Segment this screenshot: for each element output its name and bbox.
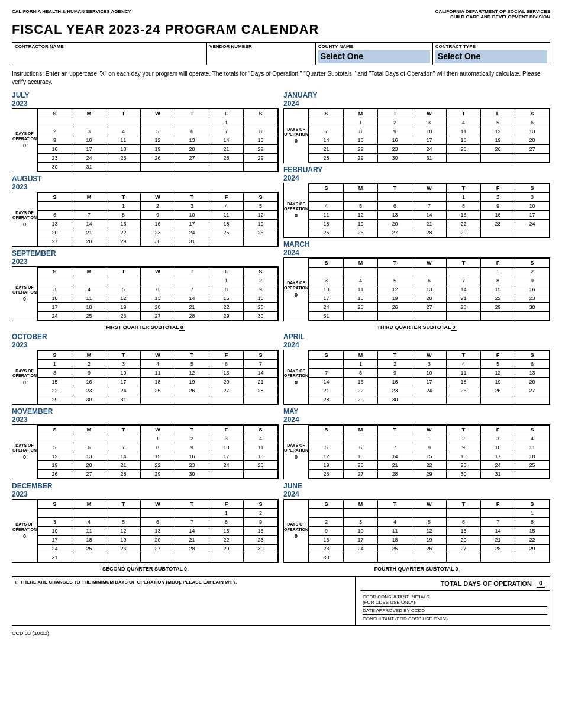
day-cell[interactable]: 3 xyxy=(344,518,378,527)
day-cell[interactable]: 19 xyxy=(412,536,447,545)
day-cell[interactable]: 5 xyxy=(481,118,515,127)
day-cell[interactable]: 12 xyxy=(141,136,175,145)
day-cell[interactable]: 22 xyxy=(344,145,378,154)
day-cell[interactable]: 11 xyxy=(141,369,175,378)
day-cell[interactable]: 4 xyxy=(72,518,106,527)
day-cell[interactable]: 12 xyxy=(309,452,344,461)
day-cell[interactable]: 10 xyxy=(481,443,515,452)
day-cell[interactable]: 9 xyxy=(72,369,106,378)
day-cell[interactable]: 5 xyxy=(309,443,344,452)
day-cell[interactable]: 3 xyxy=(309,276,344,285)
day-cell[interactable]: 3 xyxy=(481,434,515,443)
day-cell[interactable]: 12 xyxy=(344,211,378,220)
day-cell[interactable]: 25 xyxy=(72,545,106,553)
day-cell[interactable]: 20 xyxy=(344,461,378,470)
day-cell[interactable]: 18 xyxy=(72,303,106,312)
day-cell[interactable]: 5 xyxy=(106,285,141,294)
day-cell[interactable]: 2 xyxy=(141,202,175,211)
day-cell[interactable]: 9 xyxy=(481,202,515,211)
day-cell[interactable]: 19 xyxy=(244,220,278,228)
day-cell[interactable]: 3 xyxy=(412,360,447,369)
day-cell[interactable]: 7 xyxy=(481,518,515,527)
day-cell[interactable]: 27 xyxy=(175,154,209,163)
day-cell[interactable]: 15 xyxy=(344,378,378,386)
day-cell[interactable]: 29 xyxy=(412,470,447,479)
day-cell[interactable]: 15 xyxy=(412,452,447,461)
day-cell[interactable]: 21 xyxy=(175,536,209,545)
day-cell[interactable]: 13 xyxy=(515,369,550,378)
day-cell[interactable]: 29 xyxy=(38,395,72,404)
day-cell[interactable]: 27 xyxy=(72,470,106,479)
day-cell[interactable]: 1 xyxy=(209,509,244,518)
day-cell[interactable]: 13 xyxy=(141,527,175,536)
day-cell[interactable]: 4 xyxy=(515,434,550,443)
day-cell[interactable]: 22 xyxy=(209,536,244,545)
day-cell[interactable]: 10 xyxy=(72,136,106,145)
day-cell[interactable]: 17 xyxy=(38,536,72,545)
day-cell[interactable]: 4 xyxy=(141,360,175,369)
day-cell[interactable]: 9 xyxy=(141,211,175,220)
day-cell[interactable]: 1 xyxy=(209,118,244,127)
day-cell[interactable]: 3 xyxy=(209,434,244,443)
day-cell[interactable]: 11 xyxy=(515,443,550,452)
day-cell[interactable]: 13 xyxy=(412,285,447,294)
day-cell[interactable]: 3 xyxy=(175,202,209,211)
day-cell[interactable]: 8 xyxy=(515,518,550,527)
day-cell[interactable]: 19 xyxy=(481,136,515,145)
day-cell[interactable]: 11 xyxy=(447,127,481,136)
day-cell[interactable]: 7 xyxy=(209,127,244,136)
day-cell[interactable]: 6 xyxy=(141,285,175,294)
day-cell[interactable]: 12 xyxy=(175,369,209,378)
day-cell[interactable]: 1 xyxy=(38,360,72,369)
day-cell[interactable]: 8 xyxy=(141,443,175,452)
day-cell[interactable]: 15 xyxy=(344,136,378,145)
day-cell[interactable]: 14 xyxy=(175,294,209,303)
day-cell[interactable]: 6 xyxy=(209,360,244,369)
day-cell[interactable]: 25 xyxy=(244,461,278,470)
day-cell[interactable]: 4 xyxy=(244,434,278,443)
day-cell[interactable]: 19 xyxy=(141,145,175,154)
day-cell[interactable]: 19 xyxy=(106,536,141,545)
day-cell[interactable]: 17 xyxy=(106,378,141,386)
day-cell[interactable]: 27 xyxy=(209,386,244,395)
day-cell[interactable]: 5 xyxy=(378,276,412,285)
day-cell[interactable]: 13 xyxy=(141,294,175,303)
day-cell[interactable]: 21 xyxy=(378,461,412,470)
day-cell[interactable]: 29 xyxy=(344,154,378,163)
day-cell[interactable]: 19 xyxy=(344,220,378,228)
day-cell[interactable]: 17 xyxy=(481,452,515,461)
day-cell[interactable]: 2 xyxy=(481,193,515,202)
day-cell[interactable]: 29 xyxy=(481,303,515,312)
day-cell[interactable]: 8 xyxy=(481,276,515,285)
day-cell[interactable]: 30 xyxy=(447,470,481,479)
day-cell[interactable]: 25 xyxy=(378,545,412,553)
day-cell[interactable]: 30 xyxy=(378,395,412,404)
day-cell[interactable]: 24 xyxy=(38,545,72,553)
day-cell[interactable]: 25 xyxy=(515,461,550,470)
day-cell[interactable]: 16 xyxy=(378,378,412,386)
day-cell[interactable]: 26 xyxy=(309,470,344,479)
day-cell[interactable]: 21 xyxy=(106,461,141,470)
day-cell[interactable]: 22 xyxy=(244,145,278,154)
day-cell[interactable]: 14 xyxy=(72,220,106,228)
day-cell[interactable]: 17 xyxy=(412,136,447,145)
day-cell[interactable]: 5 xyxy=(38,443,72,452)
day-cell[interactable]: 24 xyxy=(412,145,447,154)
day-cell[interactable]: 26 xyxy=(38,470,72,479)
day-cell[interactable]: 4 xyxy=(447,360,481,369)
day-cell[interactable]: 5 xyxy=(344,202,378,211)
day-cell[interactable]: 28 xyxy=(378,470,412,479)
day-cell[interactable]: 24 xyxy=(38,312,72,321)
day-cell[interactable]: 17 xyxy=(412,378,447,386)
day-cell[interactable]: 10 xyxy=(412,369,447,378)
day-cell[interactable]: 22 xyxy=(447,220,481,228)
day-cell[interactable]: 24 xyxy=(344,545,378,553)
day-cell[interactable]: 28 xyxy=(175,545,209,553)
day-cell[interactable]: 24 xyxy=(309,303,344,312)
day-cell[interactable]: 4 xyxy=(309,202,344,211)
day-cell[interactable]: 23 xyxy=(244,303,278,312)
day-cell[interactable]: 14 xyxy=(244,369,278,378)
day-cell[interactable]: 31 xyxy=(481,470,515,479)
day-cell[interactable]: 3 xyxy=(72,127,106,136)
day-cell[interactable]: 23 xyxy=(175,461,209,470)
